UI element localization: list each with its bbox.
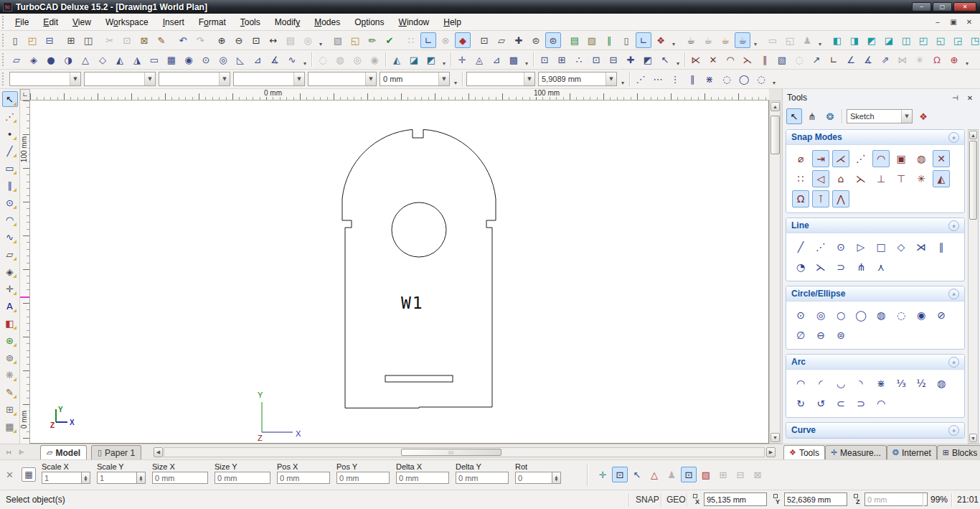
arc-tan-entity-button[interactable]: ⋇	[872, 375, 890, 392]
assemble-angle-button[interactable]: ⊿	[489, 52, 504, 67]
palette-tab-internet[interactable]: ❂Internet	[887, 445, 937, 459]
arc-start-end-button[interactable]: ◡	[832, 375, 849, 392]
text-tool-button[interactable]: A	[2, 298, 18, 314]
panel-style-manager-button[interactable]: ❖	[915, 108, 931, 124]
arc-circle-convert-button[interactable]: ◍	[933, 375, 950, 392]
render-draft-button[interactable]: ☕	[717, 32, 733, 48]
render-quality-button[interactable]: ☕	[735, 32, 750, 48]
view-iso-ne-button[interactable]: ◱	[933, 32, 948, 48]
menu-window[interactable]: Window	[392, 15, 437, 29]
circle-concentric-button[interactable]: ◎	[812, 307, 829, 324]
snap-nearest-button[interactable]: ⋰	[852, 150, 870, 167]
camera-tool-button[interactable]: ⊚	[2, 350, 18, 365]
panel-select-button[interactable]: ↖	[786, 108, 802, 124]
cut-button[interactable]: ✂	[102, 32, 118, 48]
move-tool-button[interactable]: ✚	[511, 32, 527, 48]
circle-tan-button[interactable]: ◌	[791, 52, 807, 67]
line-rectangle-button[interactable]: □	[872, 238, 890, 256]
menu-options[interactable]: Options	[347, 15, 391, 29]
scroll-up-button[interactable]: ▲	[771, 102, 780, 111]
view-left-button[interactable]: ◩	[864, 32, 880, 48]
pen-width-combo[interactable]: 0 mm▼	[380, 72, 450, 86]
checker-ball-button[interactable]: ▩	[506, 52, 522, 67]
dash-circle-1-button[interactable]: ◌	[719, 71, 735, 87]
snap-grid-points-button[interactable]: ∷	[792, 170, 809, 187]
palette-scroll-up[interactable]: ▲	[969, 131, 977, 139]
minimize-button[interactable]: ‒	[912, 2, 931, 11]
snap-angle-button[interactable]: ⋀	[832, 190, 849, 207]
arc-rotated-2-button[interactable]: ↺	[812, 395, 829, 412]
snap-aperture-button[interactable]: ◭	[933, 170, 950, 187]
palette-tab-tools[interactable]: ❖Tools	[783, 445, 825, 459]
close-button[interactable]: ✕	[953, 2, 976, 11]
facet-1-button[interactable]: ◌	[315, 52, 331, 67]
section-header[interactable]: Arc«	[786, 355, 964, 370]
sketch-combo-dropdown-icon[interactable]: ▼	[901, 110, 912, 123]
style-combo-dropdown-icon[interactable]: ▼	[524, 73, 534, 85]
torus-button[interactable]: ◉	[181, 52, 197, 67]
maximize-button[interactable]: ▢	[933, 2, 952, 11]
disc-button[interactable]: ⊙	[198, 52, 214, 67]
line-multiline-button[interactable]: ⋰	[812, 238, 829, 256]
snap-ortho-button[interactable]: ⊺	[812, 190, 829, 207]
cone-button[interactable]: △	[77, 52, 93, 67]
node-stretch-button[interactable]: ⇗	[877, 52, 893, 67]
axes-toggle-button[interactable]: ∟	[636, 32, 651, 48]
point-tool-button[interactable]: ∙	[2, 126, 18, 141]
select-frame-tool-button[interactable]: ▦	[2, 419, 18, 434]
menu-edit[interactable]: Edit	[36, 15, 65, 29]
arc-elliptical-1-button[interactable]: ⊂	[832, 395, 849, 412]
menu-file[interactable]: File	[8, 15, 36, 29]
menu-view[interactable]: View	[65, 15, 98, 29]
palette-tab-measure[interactable]: ✛Measure...	[825, 445, 887, 459]
wedge-button[interactable]: ◮	[129, 52, 145, 67]
fillet-corner-button[interactable]: ∟	[826, 52, 842, 67]
insp-person-button[interactable]: ♟	[664, 467, 679, 482]
toolbar-overflow-chevron[interactable]: ▾	[963, 52, 971, 67]
insp-resize-1-button[interactable]: ⊞	[715, 467, 731, 482]
materials-button[interactable]: ❖	[653, 32, 669, 48]
open-button[interactable]: ◰	[24, 32, 40, 48]
arc-tool-button[interactable]: ◠	[2, 212, 18, 228]
toolbar-overflow-chevron[interactable]: ▾	[770, 71, 778, 87]
section-header[interactable]: Snap Modes«	[786, 130, 964, 145]
view-bottom-button[interactable]: ◰	[915, 32, 931, 48]
mesh-button[interactable]: ▦	[164, 52, 179, 67]
copy-linear-button[interactable]: ⊡	[537, 52, 552, 67]
snap-tool-button[interactable]: ⋰	[2, 108, 18, 124]
menu-tools[interactable]: Tools	[233, 15, 268, 29]
property-combo-5-dropdown-icon[interactable]: ▼	[365, 73, 376, 85]
circle-3point-button[interactable]: ◯	[852, 307, 870, 324]
insp-flip-button[interactable]: ▨	[698, 467, 714, 482]
field-pos-x-input[interactable]	[277, 472, 330, 484]
toolbar-overflow-chevron[interactable]: ▾	[674, 52, 682, 67]
assemble-fit-button[interactable]: ◬	[471, 52, 487, 67]
circle-tool-button[interactable]: ⊙	[2, 195, 18, 210]
snap-grid-button[interactable]: ⇥	[812, 150, 829, 167]
zoom-out-button[interactable]: ⊖	[231, 32, 247, 48]
prism-button[interactable]: ◇	[95, 52, 110, 67]
circle-tan-entity-button[interactable]: ⊘	[933, 307, 950, 324]
menu-insert[interactable]: Insert	[156, 15, 192, 29]
array-rect-button[interactable]: ⊞	[554, 52, 570, 67]
format-painter-button[interactable]: ✎	[154, 32, 169, 48]
cube-tool-button[interactable]: ▱	[494, 32, 509, 48]
canvas-vertical-scrollbar[interactable]: ▲ ▼	[769, 101, 781, 444]
array-fit-button[interactable]: ⊟	[606, 52, 621, 67]
arc-1-2-3-button[interactable]: ⅓	[892, 375, 910, 392]
save-button[interactable]: ⊟	[42, 32, 57, 48]
field-scale-y-input[interactable]	[97, 472, 137, 484]
shade-2-button[interactable]: ⊜	[545, 32, 561, 48]
layers-button[interactable]: ▤	[567, 32, 583, 48]
move-tool-button[interactable]: ✛	[2, 281, 18, 296]
view-front-button[interactable]: ◧	[829, 32, 845, 48]
menu-format[interactable]: Format	[192, 15, 233, 29]
snap-center-button[interactable]: ◍	[913, 150, 930, 167]
toolbar-overflow-chevron[interactable]: ▾	[618, 71, 627, 87]
rectangle-tool-button[interactable]: ▭	[2, 160, 18, 176]
dash-style-1-button[interactable]: ⋰	[633, 71, 649, 87]
property-combo-1[interactable]: ▼	[9, 72, 81, 86]
field-scale-x-input[interactable]	[42, 472, 82, 484]
snap-none-button[interactable]: ⌀	[792, 150, 809, 167]
inspector-cancel-icon[interactable]: ✕	[6, 470, 14, 480]
